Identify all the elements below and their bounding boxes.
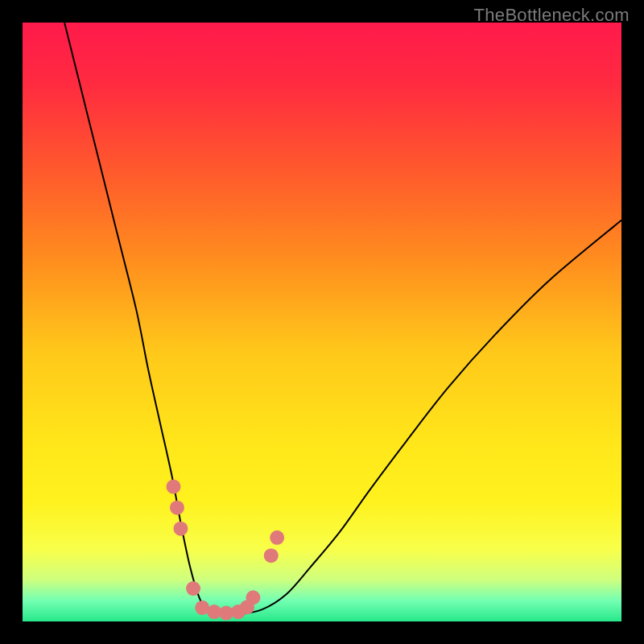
watermark-text: TheBottleneck.com [474,5,630,26]
data-marker [173,522,188,536]
chart-curve-layer [23,23,621,621]
data-marker [270,530,284,545]
bottleneck-curve [64,23,621,615]
plot-frame [23,23,621,621]
data-marker [166,480,180,494]
data-marker [264,548,279,563]
data-marker [170,501,184,515]
data-marker [186,581,200,596]
data-marker [246,590,260,605]
